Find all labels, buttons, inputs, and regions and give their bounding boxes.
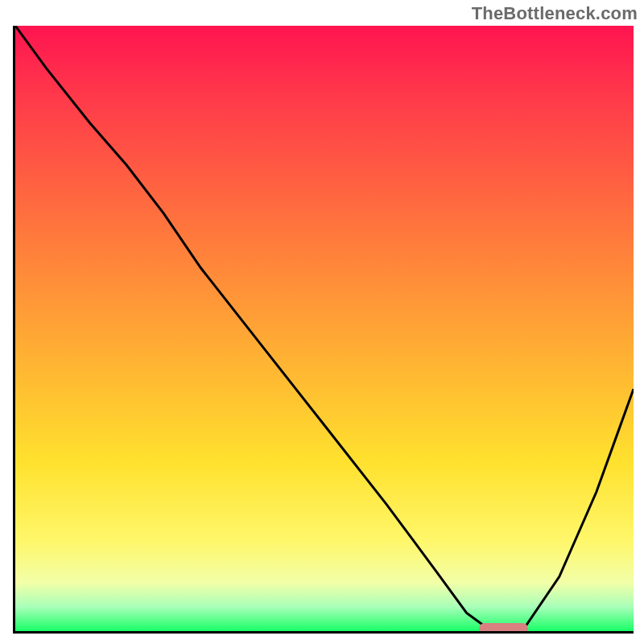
watermark-text: TheBottleneck.com	[472, 3, 638, 24]
bottleneck-curve	[15, 26, 634, 631]
curve-path	[15, 26, 634, 631]
sweet-spot-marker	[479, 623, 528, 634]
chart-frame: TheBottleneck.com	[0, 0, 644, 644]
plot-area	[13, 26, 634, 634]
